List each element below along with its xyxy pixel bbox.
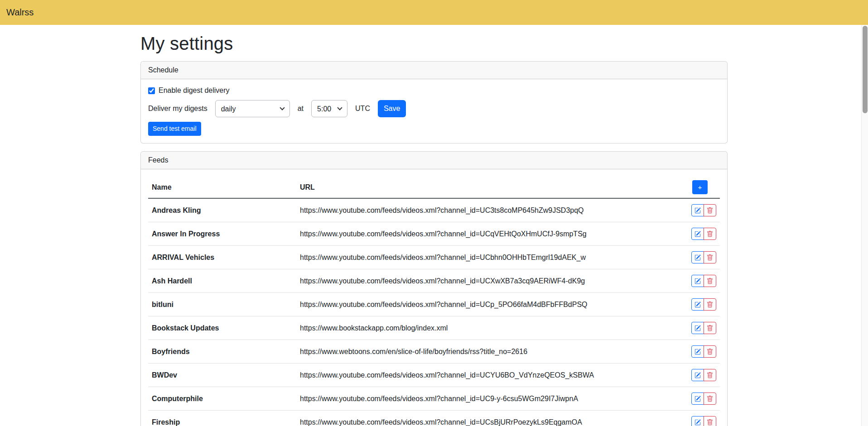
edit-feed-button[interactable] [691,416,704,426]
feed-url: https://www.youtube.com/feeds/videos.xml… [296,411,676,426]
trash-icon [707,349,713,355]
feed-actions [691,392,716,405]
trash-icon [707,231,713,237]
feed-actions [691,345,716,358]
edit-feed-button[interactable] [691,322,704,334]
table-row: Boyfriends https://www.webtoons.com/en/s… [148,340,720,364]
scrollbar-thumb[interactable] [863,26,868,113]
table-row: BWDev https://www.youtube.com/feeds/vide… [148,364,720,387]
table-row: ARRIVAL Vehicles https://www.youtube.com… [148,246,720,269]
feed-url: https://www.youtube.com/feeds/videos.xml… [296,387,676,411]
trash-icon [707,278,713,284]
main-content: My settings Schedule Enable digest deliv… [135,34,733,426]
feed-name: ARRIVAL Vehicles [148,246,296,269]
edit-feed-button[interactable] [691,369,704,381]
edit-feed-button[interactable] [691,392,704,405]
feed-name: Ash Hardell [148,269,296,293]
feed-actions [691,416,716,426]
table-row: Fireship https://www.youtube.com/feeds/v… [148,411,720,426]
feed-actions [691,275,716,287]
trash-icon [707,207,713,214]
scrollbar[interactable] [861,25,868,426]
table-row: Computerphile https://www.youtube.com/fe… [148,387,720,411]
pencil-square-icon [694,325,701,331]
trash-icon [707,372,713,378]
feed-actions [691,322,716,334]
pencil-square-icon [694,302,701,308]
feed-name: Answer In Progress [148,222,296,246]
delete-feed-button[interactable] [704,275,716,287]
trash-icon [707,396,713,402]
feed-name: Fireship [148,411,296,426]
frequency-select[interactable]: daily [215,100,290,117]
add-feed-button[interactable]: + [692,180,708,194]
deliver-label: Deliver my digests [148,105,207,113]
delete-feed-button[interactable] [704,416,716,426]
delete-feed-button[interactable] [704,228,716,240]
edit-feed-button[interactable] [691,345,704,358]
time-select[interactable]: 5:00 [311,100,347,117]
feed-name: BWDev [148,364,296,387]
brand-link[interactable]: Walrss [6,7,34,18]
delete-feed-button[interactable] [704,345,716,358]
delete-feed-button[interactable] [704,204,716,216]
delete-feed-button[interactable] [704,392,716,405]
pencil-square-icon [694,278,701,284]
edit-feed-button[interactable] [691,228,704,240]
feed-actions [691,369,716,381]
feed-name: bitluni [148,293,296,316]
feeds-table-header-row: Name URL + [148,177,720,198]
trash-icon [707,302,713,308]
feed-name: Computerphile [148,387,296,411]
schedule-card-header: Schedule [141,62,727,79]
navbar: Walrss [0,0,868,25]
edit-feed-button[interactable] [691,275,704,287]
feed-name: Andreas Kling [148,198,296,222]
send-test-email-button[interactable]: Send test email [148,122,201,136]
page-title: My settings [140,34,728,54]
feeds-table-body: Andreas Kling https://www.youtube.com/fe… [148,198,720,426]
pencil-square-icon [694,372,701,378]
digest-schedule-controls: Deliver my digests daily at 5:00 UTC Sav… [148,100,720,117]
column-header-name: Name [148,177,296,198]
table-row: bitluni https://www.youtube.com/feeds/vi… [148,293,720,316]
feed-actions [691,204,716,216]
feed-actions [691,228,716,240]
table-row: Bookstack Updates https://www.bookstacka… [148,316,720,340]
feeds-table: Name URL + Andreas Kling https://www.you… [148,177,720,426]
enable-digest-row: Enable digest delivery [148,86,720,95]
feed-url: https://www.youtube.com/feeds/videos.xml… [296,364,676,387]
feed-actions [691,298,716,311]
edit-feed-button[interactable] [691,251,704,263]
column-header-url: URL [296,177,676,198]
enable-digest-label: Enable digest delivery [159,86,230,95]
feed-url: https://www.youtube.com/feeds/videos.xml… [296,198,676,222]
feed-url: https://www.youtube.com/feeds/videos.xml… [296,293,676,316]
delete-feed-button[interactable] [704,322,716,334]
edit-feed-button[interactable] [691,298,704,311]
table-row: Andreas Kling https://www.youtube.com/fe… [148,198,720,222]
pencil-square-icon [694,349,701,355]
pencil-square-icon [694,207,701,214]
feed-actions [691,251,716,263]
schedule-card-body: Enable digest delivery Deliver my digest… [141,79,727,143]
pencil-square-icon [694,231,701,237]
feeds-card: Feeds Name URL + Andreas Kling https://w… [140,151,728,426]
trash-icon [707,325,713,331]
enable-digest-checkbox[interactable] [148,87,155,94]
delete-feed-button[interactable] [704,251,716,263]
edit-feed-button[interactable] [691,204,704,216]
delete-feed-button[interactable] [704,369,716,381]
pencil-square-icon [694,396,701,402]
feed-url: https://www.bookstackapp.com/blog/index.… [296,316,676,340]
pencil-square-icon [694,419,701,426]
table-row: Ash Hardell https://www.youtube.com/feed… [148,269,720,293]
save-button[interactable]: Save [378,100,406,117]
timezone-label: UTC [355,105,370,113]
delete-feed-button[interactable] [704,298,716,311]
table-row: Answer In Progress https://www.youtube.c… [148,222,720,246]
trash-icon [707,254,713,261]
feed-url: https://www.youtube.com/feeds/videos.xml… [296,269,676,293]
feed-name: Boyfriends [148,340,296,364]
schedule-card: Schedule Enable digest delivery Deliver … [140,61,728,144]
